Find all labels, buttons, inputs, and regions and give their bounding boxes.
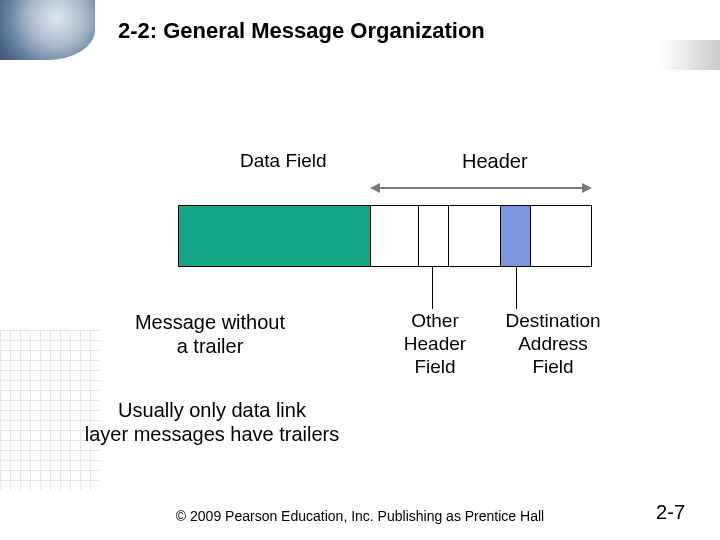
- callout-line-other: [432, 267, 433, 309]
- page-number: 2-7: [656, 501, 685, 524]
- segment-header-2: [419, 206, 449, 266]
- segment-header-3: [449, 206, 501, 266]
- label-message-without-trailer: Message withouta trailer: [120, 310, 300, 358]
- callout-line-dest: [516, 267, 517, 309]
- label-destination-address-field: DestinationAddressField: [488, 310, 618, 378]
- header-extent-arrow: [372, 187, 590, 189]
- message-block-diagram: [178, 205, 592, 267]
- label-data-field: Data Field: [240, 150, 327, 172]
- segment-destination-address: [501, 206, 531, 266]
- segment-data-field: [179, 206, 371, 266]
- globe-corner-art: [0, 0, 95, 60]
- side-shadow-art: [660, 40, 720, 70]
- slide-title: 2-2: General Message Organization: [118, 18, 485, 44]
- label-header: Header: [462, 150, 528, 173]
- label-other-header-field: OtherHeaderField: [380, 310, 490, 378]
- segment-header-4: [531, 206, 591, 266]
- footer-copyright: © 2009 Pearson Education, Inc. Publishin…: [0, 508, 720, 524]
- segment-header-1: [371, 206, 419, 266]
- label-usually-note: Usually only data linklayer messages hav…: [82, 398, 342, 446]
